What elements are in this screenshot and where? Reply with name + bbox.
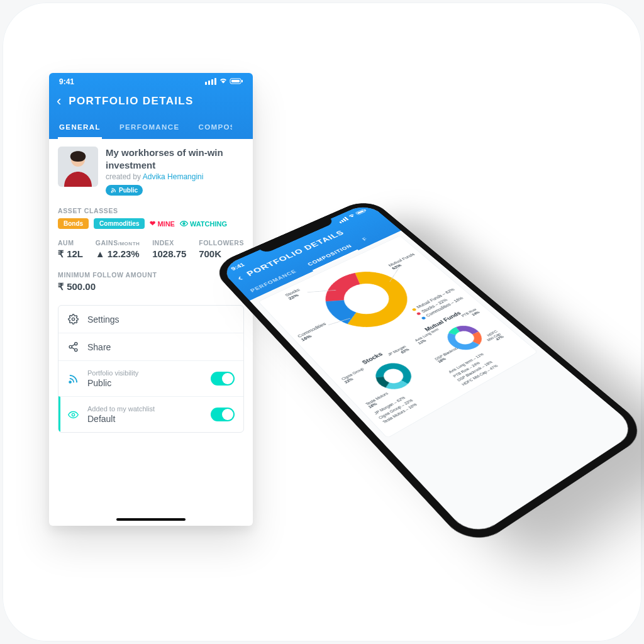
status-bar: 9:41 bbox=[49, 73, 253, 91]
svg-line-25 bbox=[382, 266, 408, 282]
tab-bar: GENERAL PERFOMANCE COMPOSI bbox=[49, 118, 253, 139]
settings-card: Settings Share Portfolio visibilityPubli… bbox=[58, 305, 244, 433]
row-settings[interactable]: Settings bbox=[58, 306, 243, 333]
svg-point-16 bbox=[72, 413, 74, 416]
svg-point-13 bbox=[69, 345, 72, 348]
svg-point-15 bbox=[69, 381, 71, 383]
back-button[interactable]: ‹ bbox=[57, 93, 61, 109]
eye-icon bbox=[67, 409, 79, 420]
visibility-toggle[interactable] bbox=[211, 372, 235, 386]
tab-composition[interactable]: COMPOSI bbox=[197, 118, 232, 139]
gear-icon bbox=[67, 314, 79, 325]
min-follow-value: ₹ 500.00 bbox=[58, 281, 244, 292]
header: 9:41 ‹ PORTFOLIO DETAILS GENERAL PERF bbox=[49, 73, 253, 139]
row-watchlist[interactable]: Added to my watchlistDefault bbox=[58, 396, 243, 432]
svg-point-10 bbox=[183, 223, 185, 225]
svg-rect-5 bbox=[231, 80, 240, 82]
chip-commodities[interactable]: Commodities bbox=[94, 218, 145, 229]
svg-point-9 bbox=[111, 191, 113, 192]
back-button-iso[interactable]: ‹ bbox=[235, 274, 246, 284]
svg-point-11 bbox=[72, 318, 74, 320]
rss-icon bbox=[67, 374, 79, 384]
home-indicator[interactable] bbox=[116, 518, 186, 521]
tab-general[interactable]: GENERAL bbox=[58, 118, 102, 139]
author-link[interactable]: Advika Hemangini bbox=[143, 172, 204, 181]
svg-rect-6 bbox=[242, 80, 243, 82]
svg-rect-0 bbox=[205, 82, 207, 85]
svg-line-24 bbox=[308, 282, 336, 300]
svg-point-12 bbox=[74, 342, 77, 345]
asset-classes: Bonds Commodities ❤ MINE WATCHING bbox=[58, 218, 244, 229]
svg-rect-18 bbox=[341, 219, 345, 222]
svg-rect-1 bbox=[208, 80, 210, 85]
svg-line-26 bbox=[328, 316, 350, 328]
status-icons bbox=[205, 77, 243, 87]
asset-classes-label: ASSET CLASSES bbox=[58, 207, 244, 214]
tab-extra-iso[interactable]: F bbox=[358, 235, 374, 246]
tab-performance[interactable]: PERFOMANCE bbox=[118, 118, 181, 139]
created-by: created by Advika Hemangini bbox=[106, 172, 244, 181]
row-visibility[interactable]: Portfolio visibilityPublic bbox=[58, 360, 243, 396]
svg-rect-3 bbox=[214, 78, 216, 85]
badge-watching: WATCHING bbox=[180, 219, 227, 228]
svg-rect-17 bbox=[339, 221, 342, 223]
watchlist-toggle[interactable] bbox=[211, 408, 235, 421]
svg-point-14 bbox=[74, 348, 77, 351]
row-share[interactable]: Share bbox=[58, 333, 243, 360]
stat-aum: ₹ 12L bbox=[58, 248, 83, 260]
phone-iso-composition: 9:41 ‹ PORTFOLIO DETAILS PERFOMANCE bbox=[209, 197, 644, 550]
screen-title: PORTFOLIO DETAILS bbox=[69, 95, 193, 108]
status-time: 9:41 bbox=[59, 77, 74, 86]
svg-rect-22 bbox=[357, 210, 364, 214]
general-body: My workhorses of win-win investment crea… bbox=[49, 139, 253, 513]
badge-mine: ❤ MINE bbox=[150, 219, 175, 228]
stat-gains: ▲ 12.23% bbox=[96, 248, 140, 259]
author-avatar[interactable] bbox=[58, 147, 98, 187]
portfolio-name: My workhorses of win-win investment bbox=[106, 147, 244, 171]
public-badge: Public bbox=[106, 185, 143, 196]
stat-index: 1028.75 bbox=[152, 248, 186, 259]
phone-flat-general: 9:41 ‹ PORTFOLIO DETAILS GENERAL PERF bbox=[49, 73, 253, 526]
svg-rect-2 bbox=[211, 79, 213, 85]
stats-row: AUM₹ 12L GAINS/MONTH ▲ 12.23% INDEX1028.… bbox=[58, 239, 244, 260]
share-icon bbox=[67, 341, 79, 352]
chip-bonds[interactable]: Bonds bbox=[58, 218, 89, 229]
